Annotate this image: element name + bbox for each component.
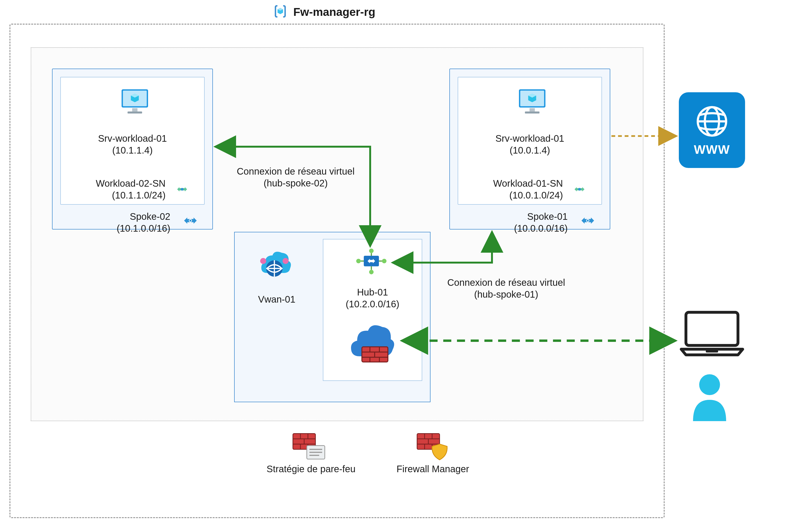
subnet-icon-spoke-01 — [571, 183, 588, 196]
conn-hub-spoke-02-l1: Connexion de réseau virtuel — [225, 166, 367, 177]
resource-group-title: Fw-manager-rg — [293, 5, 375, 18]
svg-point-30 — [369, 270, 374, 274]
svg-point-12 — [189, 220, 191, 222]
vnet-icon-spoke-01 — [578, 214, 597, 228]
spoke01-vnet-name: Spoke-01 — [468, 211, 568, 223]
www-label: WWW — [694, 142, 730, 157]
svg-point-9 — [181, 188, 184, 191]
firewall-policy-label: Stratégie de pare-feu — [265, 464, 357, 474]
svg-point-29 — [369, 249, 374, 253]
conn-hub-spoke-01-l2: (hub-spoke-01) — [435, 289, 577, 300]
svg-point-20 — [578, 188, 581, 191]
hub-icon — [352, 246, 390, 278]
vnet-icon-spoke-02 — [181, 214, 200, 228]
svg-point-25 — [260, 258, 266, 264]
svg-point-32 — [382, 259, 387, 263]
firewall-policy-icon — [290, 431, 328, 462]
hub-name: Hub-01 — [331, 286, 414, 298]
svg-rect-49 — [706, 350, 718, 353]
spoke02-subnet-cidr: (10.1.1.0/24) — [66, 189, 165, 201]
conn-hub-spoke-02-l2: (hub-spoke-02) — [225, 177, 367, 189]
spoke01-vm-ip: (10.0.1.4) — [468, 144, 591, 156]
hub-cidr: (10.2.0.0/16) — [331, 298, 414, 310]
vwan-icon — [256, 246, 293, 283]
vm-icon-spoke-02 — [118, 87, 151, 117]
spoke01-vm-name: Srv-workload-01 — [468, 132, 591, 144]
vwan-name: Vwan-01 — [246, 294, 307, 305]
globe-icon — [694, 104, 730, 140]
spoke01-subnet-cidr: (10.0.1.0/24) — [464, 189, 563, 201]
svg-rect-48 — [686, 312, 738, 345]
firewall-manager-icon — [414, 431, 452, 462]
subnet-icon-spoke-02 — [174, 183, 190, 196]
user-icon — [686, 371, 733, 425]
spoke02-vnet-cidr: (10.1.0.0/16) — [71, 223, 170, 234]
spoke02-subnet-name: Workload-02-SN — [66, 177, 165, 189]
svg-point-23 — [587, 220, 589, 222]
spoke02-vm-name: Srv-workload-01 — [71, 132, 194, 144]
svg-rect-15 — [530, 108, 535, 111]
www-box: WWW — [679, 92, 745, 168]
resource-group-icon — [272, 3, 289, 20]
firewall-manager-label: Firewall Manager — [390, 464, 475, 474]
resource-group-title-row: Fw-manager-rg — [267, 2, 433, 21]
svg-point-31 — [356, 259, 361, 263]
svg-point-50 — [699, 374, 720, 395]
spoke02-vm-ip: (10.1.1.4) — [71, 144, 194, 156]
conn-hub-spoke-01-l1: Connexion de réseau virtuel — [435, 277, 577, 288]
spoke01-vnet-cidr: (10.0.0.0/16) — [468, 223, 568, 234]
svg-point-26 — [282, 258, 289, 264]
firewall-hub-icon — [345, 319, 397, 365]
spoke01-subnet-name: Workload-01-SN — [464, 177, 563, 189]
spoke02-vnet-name: Spoke-02 — [71, 211, 170, 223]
svg-rect-5 — [128, 111, 142, 113]
laptop-icon — [677, 308, 748, 360]
vm-icon-spoke-01 — [516, 87, 549, 117]
svg-rect-16 — [525, 111, 539, 113]
svg-rect-4 — [132, 108, 137, 111]
